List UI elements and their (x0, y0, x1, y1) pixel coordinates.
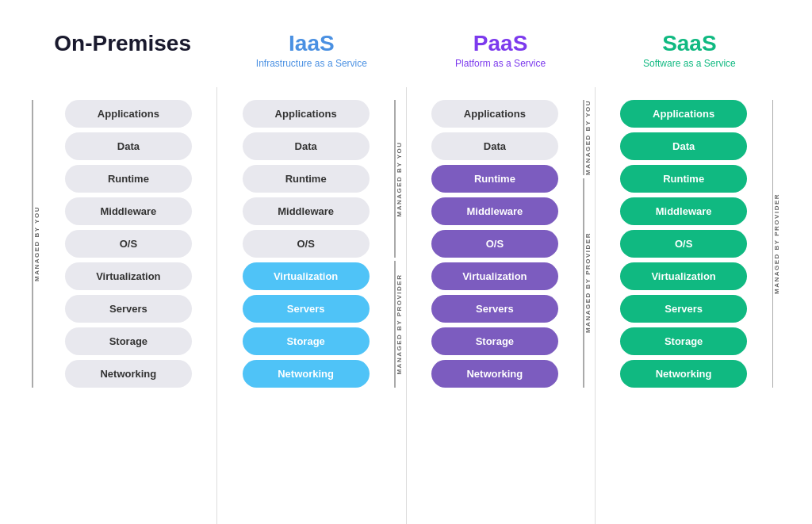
pill-storage: Storage (243, 327, 370, 355)
pill-applications: Applications (620, 100, 747, 128)
pill-runtime: Runtime (243, 165, 370, 193)
pill-servers: Servers (620, 295, 747, 323)
label-group-0: MANAGED BY YOU (394, 100, 403, 258)
pill-runtime: Runtime (431, 165, 558, 193)
right-labels: MANAGED BY YOUMANAGED BY PROVIDER (583, 100, 592, 388)
label-group-1: MANAGED BY PROVIDER (583, 178, 592, 388)
pill-servers: Servers (431, 295, 558, 323)
label-text-1: MANAGED BY PROVIDER (396, 261, 403, 388)
pill-o-s: O/S (620, 230, 747, 258)
pill-data: Data (65, 132, 192, 160)
pill-storage: Storage (431, 327, 558, 355)
pill-networking: Networking (431, 360, 558, 388)
column-title-saas: SaaS (662, 32, 717, 56)
column-iaas: IaaSInfrastructure as a ServiceApplicati… (220, 32, 402, 524)
column-body-paas: ApplicationsDataRuntimeMiddlewareO/SVirt… (410, 100, 592, 388)
pill-data: Data (431, 132, 558, 160)
column-header-on-premises: On-Premises (54, 32, 191, 87)
label-text-0: MANAGED BY YOU (396, 100, 403, 258)
pill-data: Data (620, 132, 747, 160)
pill-servers: Servers (243, 295, 370, 323)
pill-applications: Applications (65, 100, 192, 128)
pill-virtualization: Virtualization (65, 262, 192, 290)
label-group-managed-you: MANAGED BY YOU (32, 100, 40, 388)
column-header-paas: PaaSPlatform as a Service (455, 32, 546, 87)
column-body-saas: ApplicationsDataRuntimeMiddlewareO/SVirt… (599, 100, 780, 388)
pill-virtualization: Virtualization (243, 262, 370, 290)
right-labels: MANAGED BY YOUMANAGED BY PROVIDER (394, 100, 403, 388)
pill-o-s: O/S (65, 230, 192, 258)
items-stack: ApplicationsDataRuntimeMiddlewareO/SVirt… (410, 100, 580, 388)
pill-servers: Servers (65, 295, 192, 323)
column-title-on-premises: On-Premises (54, 32, 191, 56)
right-labels: MANAGED BY PROVIDER (772, 100, 781, 388)
column-on-premises: On-PremisesMANAGED BY YOUApplicationsDat… (32, 32, 213, 524)
column-saas: SaaSSoftware as a ServiceApplicationsDat… (599, 32, 780, 524)
pill-middleware: Middleware (243, 197, 370, 225)
pill-o-s: O/S (431, 230, 558, 258)
pill-data: Data (243, 132, 370, 160)
column-title-iaas: IaaS (289, 32, 335, 56)
pill-storage: Storage (620, 327, 747, 355)
label-text-0: MANAGED BY PROVIDER (773, 100, 780, 388)
pill-networking: Networking (620, 360, 747, 388)
pill-middleware: Middleware (65, 197, 192, 225)
label-text-1: MANAGED BY PROVIDER (584, 178, 592, 388)
column-title-paas: PaaS (473, 32, 528, 56)
column-header-iaas: IaaSInfrastructure as a Service (256, 32, 367, 87)
managed-by-you-label: MANAGED BY YOU (33, 100, 40, 388)
pill-virtualization: Virtualization (620, 262, 747, 290)
pill-networking: Networking (65, 360, 192, 388)
columns-wrapper: On-PremisesMANAGED BY YOUApplicationsDat… (32, 32, 780, 524)
column-body-iaas: ApplicationsDataRuntimeMiddlewareO/SVirt… (220, 100, 402, 388)
column-subtitle-paas: Platform as a Service (455, 58, 546, 69)
pill-middleware: Middleware (620, 197, 747, 225)
column-divider (406, 87, 407, 524)
label-group-0: MANAGED BY PROVIDER (772, 100, 781, 388)
pill-networking: Networking (243, 360, 370, 388)
column-paas: PaaSPlatform as a ServiceApplicationsDat… (410, 32, 592, 524)
column-divider (595, 87, 596, 524)
column-subtitle-iaas: Infrastructure as a Service (256, 58, 367, 69)
diagram-container: On-PremisesMANAGED BY YOUApplicationsDat… (16, 16, 796, 524)
items-stack: ApplicationsDataRuntimeMiddlewareO/SVirt… (220, 100, 391, 388)
label-group-0: MANAGED BY YOU (583, 100, 592, 175)
pill-o-s: O/S (243, 230, 370, 258)
items-stack: ApplicationsDataRuntimeMiddlewareO/SVirt… (44, 100, 214, 388)
items-stack: ApplicationsDataRuntimeMiddlewareO/SVirt… (599, 100, 769, 388)
column-divider (216, 87, 217, 524)
label-text-0: MANAGED BY YOU (584, 100, 592, 175)
pill-applications: Applications (431, 100, 558, 128)
column-subtitle-saas: Software as a Service (643, 58, 736, 69)
pill-runtime: Runtime (65, 165, 192, 193)
column-body-on-premises: MANAGED BY YOUApplicationsDataRuntimeMid… (32, 100, 213, 388)
label-group-1: MANAGED BY PROVIDER (394, 261, 403, 388)
pill-storage: Storage (65, 327, 192, 355)
pill-runtime: Runtime (620, 165, 747, 193)
pill-middleware: Middleware (431, 197, 558, 225)
pill-applications: Applications (243, 100, 370, 128)
pill-virtualization: Virtualization (431, 262, 558, 290)
column-header-saas: SaaSSoftware as a Service (643, 32, 736, 87)
